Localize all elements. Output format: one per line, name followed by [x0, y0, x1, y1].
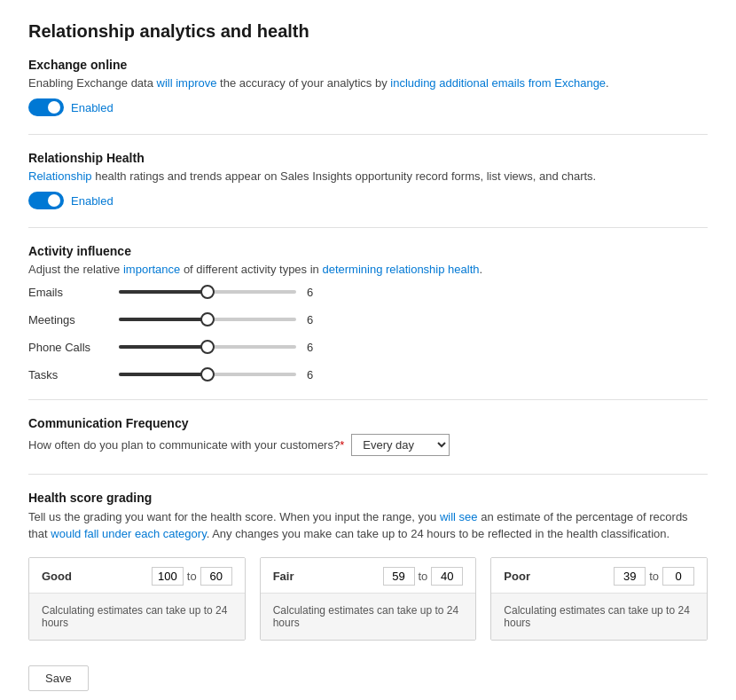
slider-track-1[interactable]: [119, 318, 296, 321]
grade-range-1: to: [383, 567, 464, 586]
grade-card-title-2: Poor: [504, 570, 530, 583]
grade-range-from-0[interactable]: [152, 567, 184, 586]
save-button[interactable]: Save: [28, 665, 89, 691]
slider-row-emails: Emails6: [28, 286, 708, 299]
grade-card-title-1: Fair: [273, 570, 294, 583]
relationship-health-toggle-label: Enabled: [71, 194, 114, 208]
slider-label-0: Emails: [28, 286, 108, 299]
relationship-health-heading: Relationship Health: [28, 151, 708, 165]
slider-value-2: 6: [307, 341, 325, 354]
health-score-grading-section: Health score grading Tell us the grading…: [28, 491, 708, 641]
slider-label-2: Phone Calls: [28, 341, 108, 354]
will-see-link[interactable]: will see: [440, 510, 478, 523]
activity-influence-heading: Activity influence: [28, 244, 708, 258]
exchange-online-heading: Exchange online: [28, 58, 708, 72]
relationship-health-section: Relationship Health Relationship health …: [28, 151, 708, 209]
health-score-grading-description: Tell us the grading you want for the hea…: [28, 508, 708, 543]
communication-frequency-section: Communication Frequency How often do you…: [28, 416, 708, 456]
slider-value-3: 6: [307, 368, 325, 381]
exchange-will-improve-link[interactable]: will improve: [157, 76, 217, 90]
determining-health-link[interactable]: determining relationship health: [322, 263, 479, 276]
communication-frequency-dropdown[interactable]: Every dayEvery weekEvery month: [351, 434, 450, 456]
grade-card-fair: FairtoCalculating estimates can take up …: [260, 557, 477, 641]
slider-row-phone-calls: Phone Calls6: [28, 341, 708, 354]
health-score-grading-heading: Health score grading: [28, 491, 708, 505]
grade-range-to-2[interactable]: [662, 567, 694, 586]
slider-row-meetings: Meetings6: [28, 313, 708, 326]
grade-range-from-2[interactable]: [614, 567, 646, 586]
exchange-including-emails-link[interactable]: including additional emails from Exchang…: [390, 76, 606, 90]
divider-2: [28, 227, 708, 228]
communication-description: How often do you plan to communicate wit…: [28, 438, 344, 452]
exchange-toggle[interactable]: [28, 98, 64, 116]
communication-frequency-heading: Communication Frequency: [28, 416, 708, 430]
grade-card-body-2: Calculating estimates can take up to 24 …: [491, 594, 707, 640]
slider-track-3[interactable]: [119, 373, 296, 376]
grade-to-label-1: to: [419, 570, 428, 583]
grade-card-header-1: Fairto: [261, 558, 476, 594]
grade-range-0: to: [152, 567, 232, 586]
relationship-health-description: Relationship health ratings and trends a…: [28, 169, 708, 185]
slider-label-3: Tasks: [28, 368, 108, 381]
communication-row: How often do you plan to communicate wit…: [28, 434, 708, 456]
exchange-toggle-label: Enabled: [71, 101, 114, 114]
importance-link[interactable]: importance: [123, 263, 180, 276]
grade-card-header-0: Goodto: [29, 558, 245, 594]
grade-range-to-1[interactable]: [431, 567, 463, 586]
activity-influence-section: Activity influence Adjust the relative i…: [28, 244, 708, 381]
divider-3: [28, 399, 708, 400]
slider-row-tasks: Tasks6: [28, 368, 708, 381]
slider-track-0[interactable]: [119, 290, 296, 294]
relationship-health-toggle[interactable]: [28, 192, 64, 209]
exchange-online-description: Enabling Exchange data will improve the …: [28, 75, 708, 91]
slider-track-2[interactable]: [119, 345, 296, 349]
page-title: Relationship analytics and health: [28, 21, 708, 42]
grade-range-to-0[interactable]: [200, 567, 232, 586]
grade-range-from-1[interactable]: [383, 567, 415, 586]
grade-to-label-0: to: [187, 570, 197, 583]
grade-card-poor: PoortoCalculating estimates can take up …: [490, 557, 708, 641]
grade-card-body-1: Calculating estimates can take up to 24 …: [261, 594, 476, 640]
grade-range-2: to: [614, 567, 694, 586]
slider-label-1: Meetings: [28, 313, 108, 326]
slider-value-0: 6: [307, 286, 325, 299]
grade-card-title-0: Good: [42, 570, 72, 583]
relationship-link[interactable]: Relationship: [28, 169, 92, 183]
sliders-container: Emails6Meetings6Phone Calls6Tasks6: [28, 286, 708, 381]
grade-card-body-0: Calculating estimates can take up to 24 …: [29, 594, 245, 640]
slider-value-1: 6: [307, 313, 325, 326]
activity-influence-description: Adjust the relative importance of differ…: [28, 262, 708, 278]
grade-cards-container: GoodtoCalculating estimates can take up …: [28, 557, 708, 641]
divider-4: [28, 474, 708, 475]
would-fall-link[interactable]: would fall under each category: [51, 527, 206, 540]
grade-to-label-2: to: [649, 570, 659, 583]
grade-card-good: GoodtoCalculating estimates can take up …: [28, 557, 246, 641]
divider-1: [28, 134, 708, 135]
exchange-toggle-row: Enabled: [28, 98, 708, 116]
exchange-online-section: Exchange online Enabling Exchange data w…: [28, 58, 708, 116]
grade-card-header-2: Poorto: [491, 558, 707, 594]
relationship-health-toggle-row: Enabled: [28, 192, 708, 209]
